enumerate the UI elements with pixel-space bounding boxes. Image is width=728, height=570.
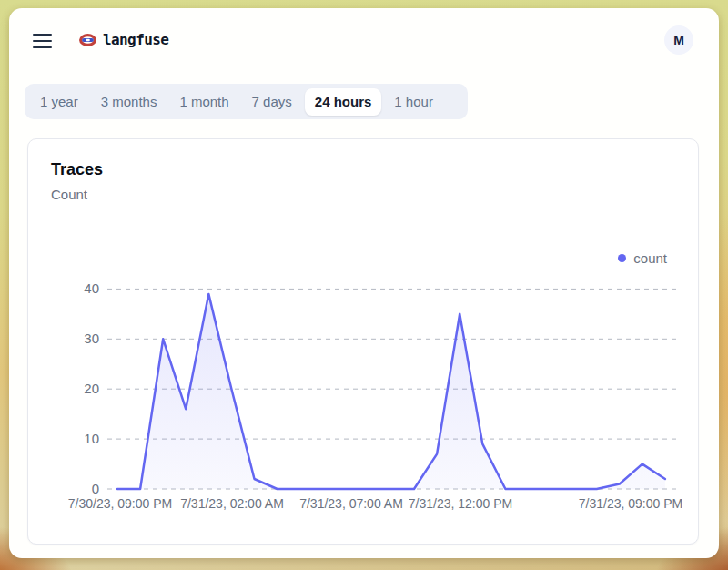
svg-text:30: 30 bbox=[84, 331, 99, 346]
tab-1-year[interactable]: 1 year bbox=[30, 88, 88, 116]
langfuse-logo-icon bbox=[79, 34, 96, 46]
card-subtitle: Count bbox=[51, 187, 87, 202]
tab-1-hour[interactable]: 1 hour bbox=[384, 88, 443, 116]
legend-swatch-icon bbox=[618, 254, 626, 262]
svg-text:7/31/23, 07:00 AM: 7/31/23, 07:00 AM bbox=[299, 496, 403, 511]
tab-3-months[interactable]: 3 months bbox=[91, 88, 167, 116]
card-title: Traces bbox=[51, 160, 103, 179]
svg-text:40: 40 bbox=[84, 280, 99, 296]
tab-24-hours[interactable]: 24 hours bbox=[305, 88, 382, 116]
traces-card: Traces Count count 0102030407/30/23, 09:… bbox=[27, 138, 699, 545]
app-window: langfuse M 1 year 3 months 1 month 7 day… bbox=[9, 8, 719, 558]
svg-text:7/31/23, 12:00 PM: 7/31/23, 12:00 PM bbox=[409, 496, 512, 511]
page-background: langfuse M 1 year 3 months 1 month 7 day… bbox=[0, 0, 728, 570]
svg-text:7/31/23, 02:00 AM: 7/31/23, 02:00 AM bbox=[180, 496, 284, 511]
svg-text:20: 20 bbox=[84, 381, 99, 396]
chart-legend: count bbox=[618, 250, 667, 266]
traces-area-chart: 0102030407/30/23, 09:00 PM7/31/23, 02:00… bbox=[56, 274, 693, 534]
svg-text:7/30/23, 09:00 PM: 7/30/23, 09:00 PM bbox=[68, 496, 172, 511]
brand[interactable]: langfuse bbox=[79, 31, 168, 48]
legend-label: count bbox=[633, 250, 667, 266]
svg-text:7/31/23, 09:00 PM: 7/31/23, 09:00 PM bbox=[579, 496, 682, 511]
menu-icon[interactable] bbox=[32, 32, 54, 50]
tab-7-days[interactable]: 7 days bbox=[242, 88, 302, 116]
tab-1-month[interactable]: 1 month bbox=[169, 88, 238, 116]
avatar-initial: M bbox=[673, 33, 684, 47]
svg-text:10: 10 bbox=[84, 431, 99, 446]
brand-name: langfuse bbox=[103, 31, 168, 48]
svg-text:0: 0 bbox=[92, 481, 99, 496]
time-range-tabbar: 1 year 3 months 1 month 7 days 24 hours … bbox=[25, 84, 468, 119]
user-avatar[interactable]: M bbox=[664, 25, 693, 55]
